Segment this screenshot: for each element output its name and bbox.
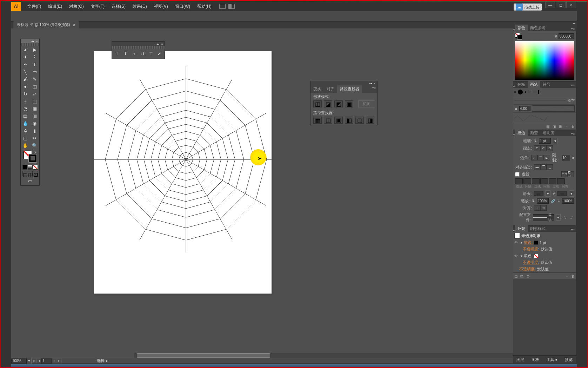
maximize-button[interactable]: ◻ [556, 2, 566, 8]
layers-tab[interactable]: 图层 [514, 356, 527, 363]
magic-wand-tool[interactable]: ✦ [21, 53, 30, 61]
perspective-tool[interactable]: ▦ [30, 105, 40, 112]
mesh-tool[interactable]: ▤ [21, 112, 30, 120]
arrow-align-end-icon[interactable]: ⇥ [540, 205, 547, 211]
flip-along-icon[interactable]: ⇋ [563, 215, 567, 220]
swatches-tab[interactable]: 色板 [515, 81, 528, 88]
blob-brush-tool[interactable]: ● [21, 83, 30, 90]
direct-selection-tool[interactable]: ▶ [30, 46, 40, 53]
arrow-end[interactable]: — [557, 191, 567, 196]
tab-close-icon[interactable]: × [73, 22, 75, 27]
tools-collapse-icon[interactable]: ◂◂ [31, 40, 34, 42]
link-scale-icon[interactable]: 🔗 [551, 199, 555, 203]
arrow-end-dd[interactable]: ▾ [569, 190, 574, 197]
disclosure-icon[interactable]: ▾ [521, 241, 522, 244]
miter-limit-input[interactable] [562, 155, 570, 160]
rectangle-tool[interactable]: ▭ [30, 68, 40, 75]
menu-type[interactable]: 文字(T) [87, 2, 108, 11]
brush-thumbs[interactable] [513, 88, 576, 96]
brushes-tab[interactable]: 画笔 [528, 81, 540, 88]
prev-artboard-icon[interactable]: ◂ [36, 359, 41, 363]
expand-button[interactable]: 扩展 [358, 100, 374, 107]
graph-tool[interactable]: ▮ [30, 127, 40, 134]
horizontal-scrollbar[interactable] [134, 353, 514, 358]
swap-arrows-icon[interactable]: ⇄ [553, 192, 555, 196]
gap1[interactable] [523, 178, 531, 184]
appear-dup-icon[interactable]: ▫ [564, 274, 569, 278]
align-center-icon[interactable]: ▬ [534, 164, 540, 170]
menu-effect[interactable]: 效果(C) [129, 2, 151, 11]
brushes-flyout-icon[interactable]: ▾≡ [570, 83, 576, 88]
weight-input[interactable] [539, 138, 551, 144]
pathfinder-tab[interactable]: 路径查找器 [337, 85, 362, 93]
screen-mode-icon[interactable]: ▭ [25, 177, 35, 185]
outline-icon[interactable]: ▢ [355, 117, 364, 124]
appear-fx-icon[interactable]: fx. [520, 274, 524, 278]
vertical-type-icon[interactable]: T [121, 50, 129, 58]
menu-file[interactable]: 文件(F) [24, 2, 45, 11]
appear-no-icon[interactable]: ◻ [514, 274, 519, 278]
stroke-profile-dd[interactable]: ▾ [556, 214, 561, 221]
fill-stroke-indicator[interactable]: ⤭ [24, 151, 37, 163]
artboard-num-input[interactable] [41, 359, 52, 363]
graphic-styles-tab[interactable]: 图形样式 [528, 225, 548, 232]
color-fill-stroke[interactable] [515, 33, 522, 40]
color-guide-tab[interactable]: 颜色参考 [528, 25, 548, 31]
dash-preserve-icon[interactable]: ⊏⊐ [561, 171, 568, 177]
appear-stroke-swatch[interactable] [534, 241, 538, 245]
stroke-tab[interactable]: 描边 [515, 130, 528, 136]
status-dd-icon[interactable]: ▸ [106, 359, 108, 363]
preview-tab[interactable]: 预览 [562, 356, 575, 363]
align-outside-icon[interactable]: ▁ [547, 164, 553, 170]
layout-icon-2[interactable] [228, 4, 235, 9]
horizontal-type-icon[interactable]: T [113, 50, 121, 58]
zoom-input[interactable] [11, 359, 27, 363]
basic-brush-row[interactable]: 基本 [513, 96, 576, 105]
hand-tool[interactable]: ✋ [21, 142, 30, 149]
char-close-icon[interactable]: × [160, 42, 164, 45]
exclude-icon[interactable]: ▣ [345, 100, 353, 107]
last-artboard-icon[interactable]: ▸| [57, 359, 62, 363]
pencil-tool[interactable]: ✎ [30, 75, 40, 83]
brush-lib-icon[interactable]: ▦ [545, 124, 550, 129]
appear-opacity2-link[interactable]: 不透明度: [523, 260, 539, 265]
next-artboard-icon[interactable]: ▸ [52, 359, 57, 363]
menu-object[interactable]: 对象(O) [66, 2, 87, 11]
eraser-tool[interactable]: ◫ [30, 83, 40, 90]
transparency-tab[interactable]: 透明度 [540, 130, 557, 136]
merge-icon[interactable]: ▣ [334, 117, 343, 124]
divide-icon[interactable]: ▦ [313, 117, 322, 124]
join-miter-icon[interactable]: ⌐ [531, 155, 537, 160]
char-grip[interactable] [112, 46, 165, 49]
tools-tab[interactable]: 工具 ▾ [544, 356, 560, 363]
appear-opacity3-link[interactable]: 不透明度: [519, 267, 536, 272]
doc-tab[interactable]: 未标题-4* @ 100% (RGB/预览) × [13, 21, 79, 28]
cap-round-icon[interactable]: ⊂ [540, 145, 547, 151]
pf-flyout-icon[interactable]: ▾≡ [371, 85, 377, 93]
menu-edit[interactable]: 编辑(E) [45, 2, 66, 11]
color-spectrum[interactable] [515, 41, 574, 80]
weight-dd[interactable]: ▾ [553, 138, 558, 144]
stroke-swatch[interactable] [54, 13, 64, 19]
menu-help[interactable]: 帮助(H) [194, 2, 215, 11]
draw-behind-icon[interactable]: ◫ [28, 171, 33, 176]
eye-icon[interactable]: 👁 [514, 241, 519, 244]
upload-button[interactable]: ☁ 拖拽上传 [514, 4, 542, 11]
tools-grip[interactable] [21, 43, 39, 46]
transform-tab[interactable]: 变换 [310, 85, 324, 93]
brush-delete-icon[interactable]: 🗑 [570, 124, 575, 129]
symbols-tab[interactable]: 符号 [540, 81, 553, 88]
gradient-tab[interactable]: 渐变 [528, 130, 540, 136]
minus-back-icon[interactable]: ◨ [366, 117, 374, 124]
artboard-tool[interactable]: ▢ [21, 134, 30, 142]
arrow-start[interactable]: — [534, 191, 543, 196]
unite-icon[interactable]: ◫ [313, 100, 322, 107]
appear-fill-swatch[interactable] [534, 254, 538, 258]
draw-normal-icon[interactable]: ◻ [22, 171, 27, 176]
zoom-tool[interactable]: 🔍 [30, 142, 40, 149]
scale-tool[interactable]: ⤢ [30, 90, 40, 98]
selection-tool[interactable]: ▲ [21, 46, 30, 53]
align-inside-icon[interactable]: ▔ [540, 164, 547, 170]
type-path-icon[interactable]: ⤷ [130, 50, 138, 58]
gap2[interactable] [540, 178, 548, 184]
